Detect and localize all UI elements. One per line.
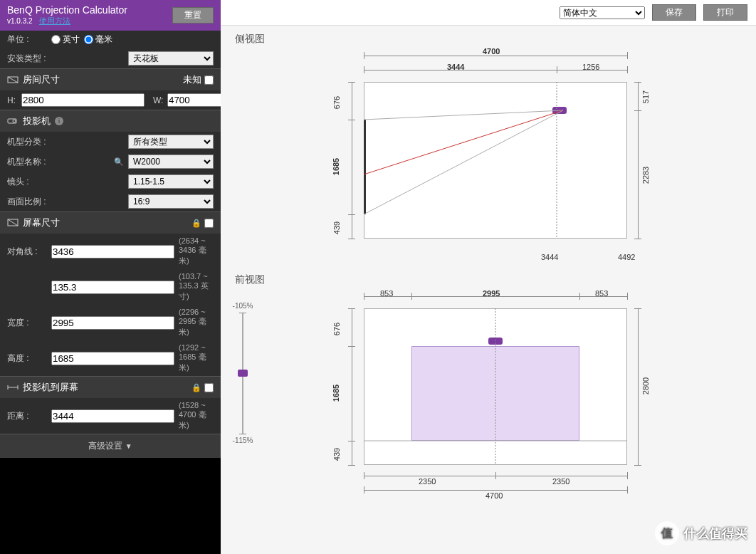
- advanced-settings-toggle[interactable]: 高级设置 ▼: [0, 434, 221, 458]
- room-h-input[interactable]: [21, 93, 145, 107]
- distance-input[interactable]: [51, 409, 174, 423]
- svg-point-3: [13, 120, 16, 122]
- watermark: 值 什么值得买: [655, 521, 747, 545]
- diagonal-mm-input[interactable]: [51, 245, 174, 258]
- radio-inch[interactable]: [51, 35, 61, 44]
- radio-mm[interactable]: [84, 35, 93, 44]
- section-screen: 屏幕尺寸 🔒: [0, 211, 221, 234]
- screen-icon: [7, 218, 19, 228]
- lock-icon: 🔒: [191, 219, 201, 228]
- diagonal-in-input[interactable]: [51, 281, 174, 294]
- info-icon[interactable]: i: [55, 117, 63, 125]
- reset-button[interactable]: 重置: [172, 7, 214, 23]
- offset-thumb[interactable]: [238, 370, 248, 377]
- screen-lock-checkbox[interactable]: [204, 219, 214, 228]
- language-select[interactable]: 简体中文: [560, 6, 645, 19]
- front-view-diagram: 853 2995 853 676: [289, 291, 688, 504]
- model-category-select[interactable]: 所有类型: [128, 135, 214, 149]
- print-button[interactable]: 打印: [703, 4, 747, 21]
- distance-icon: [7, 382, 19, 392]
- search-icon[interactable]: 🔍: [114, 157, 124, 167]
- lock-icon: 🔒: [191, 383, 201, 392]
- section-projector: 投影机 i: [0, 110, 221, 132]
- sidebar: BenQ Projection Calculator v1.0.3.2 使用方法…: [0, 0, 221, 554]
- units-inch-radio[interactable]: 英寸: [51, 33, 80, 46]
- topbar: 简体中文 保存 打印: [221, 0, 756, 26]
- install-type-label: 安装类型 :: [7, 53, 54, 65]
- room-icon: [7, 75, 19, 85]
- side-view-title: 侧视图: [235, 33, 742, 46]
- room-unknown-label: 未知: [183, 73, 201, 86]
- room-unknown-checkbox[interactable]: [204, 75, 214, 85]
- aspect-select[interactable]: 16:9: [128, 194, 214, 209]
- svg-line-5: [8, 219, 18, 226]
- install-type-select[interactable]: 天花板: [128, 51, 214, 66]
- distance-lock-checkbox[interactable]: [204, 383, 214, 392]
- units-mm-radio[interactable]: 毫米: [84, 33, 112, 46]
- front-view-area: 前视图 -105% -115% 853 29: [221, 271, 756, 511]
- side-view-area: 侧视图 4700 3444 1256: [221, 26, 756, 271]
- chevron-down-icon: ▼: [125, 442, 132, 450]
- section-distance: 投影机到屏幕 🔒: [0, 376, 221, 398]
- svg-line-10: [364, 110, 563, 174]
- front-view-title: 前视图: [235, 273, 742, 286]
- main-area: 简体中文 保存 打印 侧视图 4700 3444 1256: [221, 0, 756, 554]
- app-version: v1.0.3.2: [7, 17, 33, 25]
- units-label: 单位 :: [7, 33, 47, 46]
- svg-line-11: [364, 110, 563, 214]
- offset-slider[interactable]: -105% -115%: [232, 299, 253, 447]
- save-button[interactable]: 保存: [652, 4, 696, 21]
- lens-select[interactable]: 1.15-1.5: [128, 174, 214, 189]
- screen-height-input[interactable]: [51, 352, 174, 365]
- svg-line-9: [364, 110, 563, 120]
- model-name-select[interactable]: W2000: [128, 155, 214, 169]
- watermark-icon: 值: [655, 521, 679, 545]
- app-header: BenQ Projection Calculator v1.0.3.2 使用方法…: [0, 0, 221, 31]
- sidebar-empty: [0, 458, 221, 554]
- projector-icon: [7, 116, 19, 126]
- side-view-diagram: 4700 3444 1256: [289, 50, 688, 263]
- app-title: BenQ Projection Calculator: [7, 4, 127, 16]
- screen-width-input[interactable]: [51, 316, 174, 330]
- usage-link[interactable]: 使用方法: [39, 16, 70, 25]
- svg-line-1: [8, 77, 18, 83]
- section-room: 房间尺寸 未知: [0, 68, 221, 90]
